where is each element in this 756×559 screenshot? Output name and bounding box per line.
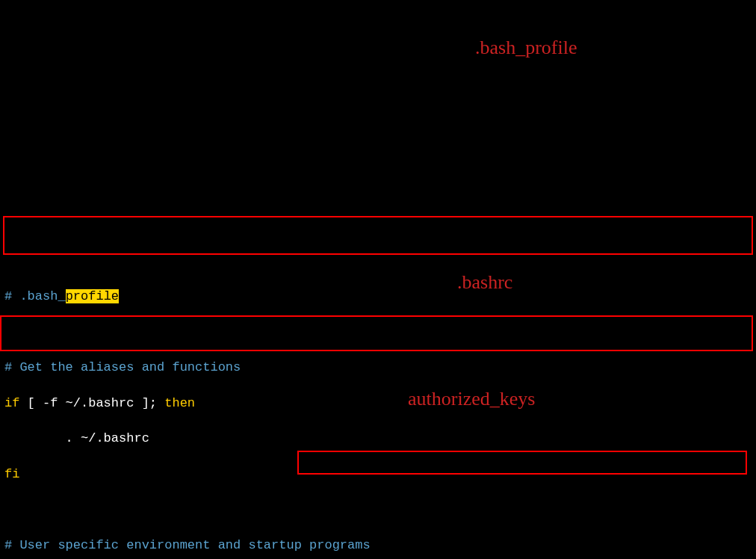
redbox-bash-profile-cmd xyxy=(3,216,753,255)
label-authorized-keys: authorized_keys xyxy=(408,386,535,413)
comment-header: # .bash_ xyxy=(4,289,66,303)
comment-env: # User specific environment and startup … xyxy=(4,537,752,555)
search-highlight: profile xyxy=(66,289,119,303)
label-bashrc: .bashrc xyxy=(457,269,512,296)
editor-bash-profile[interactable]: # .bash_profile # Get the aliases and fu… xyxy=(0,267,756,559)
source-line: . ~/.bashrc xyxy=(4,430,752,448)
comment-aliases: # Get the aliases and functions xyxy=(4,359,752,377)
if-condition: [ -f ~/.bashrc ]; xyxy=(19,396,164,410)
then-keyword: then xyxy=(164,396,195,410)
fi-keyword: fi xyxy=(4,466,752,484)
label-bash-profile: .bash_profile xyxy=(475,34,577,61)
if-keyword: if xyxy=(4,396,19,410)
